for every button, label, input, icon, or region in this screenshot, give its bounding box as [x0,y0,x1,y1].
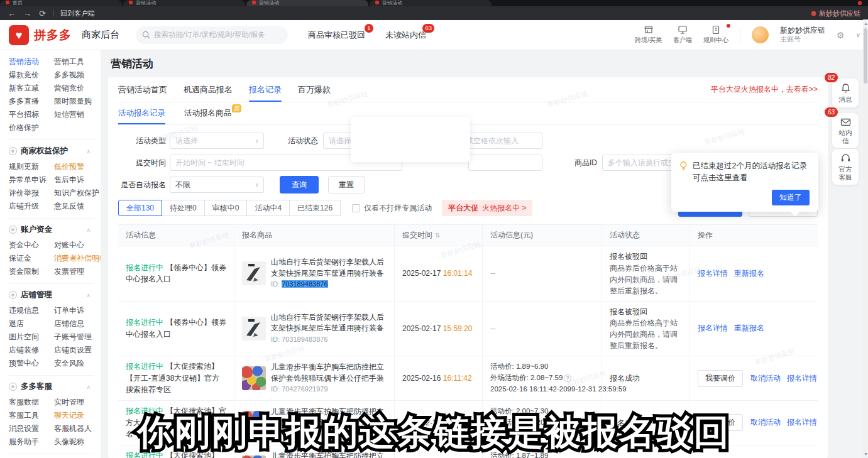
browser-profile[interactable]: 新妙妙供应链 [811,9,860,18]
refresh-icon[interactable]: ⟳ [39,9,46,18]
product-id[interactable]: ID: 703189483876 [271,335,387,345]
exclusive-checkbox[interactable] [352,204,360,212]
signup-detail-link[interactable]: 报名详情 [698,323,728,334]
forward-icon[interactable]: → [23,9,31,18]
sidebar-item[interactable]: 服务助手 [9,435,54,449]
chip-pending[interactable]: 待处理0 [162,200,205,216]
sidebar-item[interactable]: 店铺页设置 [54,344,94,357]
product-thumbnail[interactable] [242,261,266,285]
sidebar-item[interactable]: 资金限制 [9,265,54,278]
sidebar-item[interactable]: 安全风险 [54,357,94,370]
messages-entry[interactable]: 82 消息 [832,79,859,107]
info-question-icon[interactable]: ? [564,374,571,382]
sidebar-item[interactable]: 消费者补偿明细 [54,252,101,265]
subtab-activity-goods[interactable]: 活动报名商品 新 [184,102,231,124]
browser-tab-4[interactable]: 营销活动 [370,0,492,6]
client-app-entry[interactable]: 客户端 [673,25,692,45]
signup-detail-link[interactable]: 报名详情 [698,268,728,279]
pinduoduo-logo-icon[interactable]: ♥ [9,25,29,45]
signup-detail-link[interactable]: 报名详情 [787,417,817,428]
rule-center-entry[interactable]: 规则中心 [703,25,728,45]
sidebar-item[interactable]: 聊天记录 [54,409,94,422]
sidebar-item[interactable]: 新客立减 [9,82,54,95]
chip-ended[interactable]: 已结束126 [289,200,341,216]
tab-marketing-home[interactable]: 营销活动首页 [118,77,167,102]
query-button[interactable]: 查询 [280,176,319,194]
unread-inbox-link[interactable]: 未读站内信 63 [385,30,426,41]
tab-opportunity-signup[interactable]: 机遇商品报名 [184,77,233,102]
sidebar-item[interactable]: 客服工具 [9,409,54,422]
sidebar-item[interactable]: 头像昵称 [54,435,94,449]
sidebar-item[interactable]: 店铺信息 [54,317,94,330]
sidebar-item[interactable]: 消息设置 [9,422,54,435]
sort-icon[interactable]: ⇅ [435,232,440,239]
sidebar-item[interactable]: 售后申诉 [54,173,99,187]
product-id[interactable]: ID: 704276921979 [271,384,387,395]
sidebar-item[interactable]: 资金中心 [9,239,54,252]
chip-reviewing[interactable]: 审核中0 [204,200,248,216]
product-title[interactable]: 山地自行车后货架钢行李架载人后支架快拆尾架后车筐通用骑行装备 [271,312,387,334]
gear-icon[interactable]: ⚙ [837,30,845,40]
activity-type-select[interactable]: 请选择 ∨ [170,133,264,149]
sidebar-item[interactable]: 多多直播 [9,95,54,108]
sidebar-item[interactable]: 预警中心 [9,357,54,370]
official-service-entry[interactable]: 官方客服 [832,149,859,185]
tab-million-bestsellers[interactable]: 百万爆款 [298,77,331,102]
product-thumbnail[interactable] [242,366,266,390]
sidebar-item[interactable]: 图片空间 [9,330,54,344]
browser-tab-2[interactable]: 营销活动 [123,0,245,6]
back-to-client-link[interactable]: 回到客户端 [60,9,95,18]
promo-link[interactable]: 平台大促火热报名中，去看看>> [711,84,818,95]
sidebar-item[interactable]: 多多视频 [54,68,94,82]
chip-active[interactable]: 活动中4 [246,200,290,216]
cancel-activity-link[interactable]: 取消活动 [750,373,781,384]
page-scrollbar[interactable]: ▲ ▼ [863,19,868,458]
tooltip-confirm-button[interactable]: 知道了 [772,190,810,205]
sidebar-item[interactable]: 价格保护 [9,121,54,134]
sidebar-item[interactable]: 爆款竞价 [9,68,54,82]
chevron-down-icon[interactable]: ∨ [856,31,860,38]
sidebar-group-rights[interactable]: 商家权益保护 ∧ [9,140,94,160]
open-dropdown-panel[interactable] [351,117,470,162]
reset-button[interactable]: 重置 [328,176,365,194]
sidebar-item-marketing-activity[interactable]: 营销活动 [9,55,54,68]
sidebar-item[interactable]: 规则更新 [9,160,54,173]
cancel-activity-link[interactable]: 取消活动 [750,417,781,428]
search-input[interactable]: 搜索功能/订单/课程/规则/帮助/服务 [136,26,288,44]
product-title[interactable]: 儿童滑步平衡车护胸车把防撞把立保护套饰熊猫玩偶卡通公仔把手装 [271,362,387,383]
sidebar-item[interactable]: 对账中心 [54,239,101,252]
sidebar-item[interactable]: 发票管理 [54,265,101,278]
subtab-activity-records[interactable]: 活动报名记录 [118,102,165,124]
tab-signup-records[interactable]: 报名记录 [249,77,282,102]
sidebar-item[interactable]: 短信营销 [54,108,94,121]
big-promo-pill[interactable]: 平台大促 火热报名中 > [442,200,532,216]
auto-signup-select[interactable]: 不限 ∨ [170,177,264,193]
sidebar-item[interactable]: 实时管理 [54,396,94,409]
sidebar-item[interactable]: 客服机器人 [54,422,94,435]
sidebar-item[interactable]: 平台招标 [9,108,54,121]
signup-detail-link[interactable]: 报名详情 [787,373,817,384]
sidebar-group-service[interactable]: 多多客服 ∧ [9,376,94,396]
sidebar-item[interactable]: 意见反馈 [54,200,99,213]
sidebar-item[interactable]: 违规信息 [9,304,54,317]
scrollbar-thumb[interactable] [864,28,867,84]
sidebar-item[interactable]: 退店 [9,317,54,330]
re-signup-link[interactable]: 重新报名 [734,268,764,279]
goods-name-input[interactable] [468,155,542,171]
sidebar-item[interactable]: 子账号管理 [54,330,94,344]
sidebar-item[interactable]: 客服数据 [9,396,54,409]
extension-icon[interactable] [858,1,862,5]
sidebar-item[interactable]: 营销工具 [54,55,94,68]
sidebar-item[interactable]: 评价举报 [9,187,54,200]
sidebar-item[interactable]: 知识产权保护 [54,187,99,200]
sidebar-item[interactable]: 店铺装修 [9,344,54,357]
crossborder-entry[interactable]: 跨境/买菜 [635,25,662,45]
adjust-price-button[interactable]: 我要调价 [698,370,743,387]
goods-id-input[interactable] [602,155,676,171]
re-signup-link[interactable]: 重新报名 [734,323,764,334]
product-thumbnail[interactable] [242,317,266,341]
back-icon[interactable]: ← [8,9,16,18]
sidebar-group-funds[interactable]: 账户资金 ∧ [9,219,94,239]
sidebar-item[interactable]: 异常单申诉 [9,173,54,187]
sidebar-item[interactable]: 低价预警 [54,160,99,173]
